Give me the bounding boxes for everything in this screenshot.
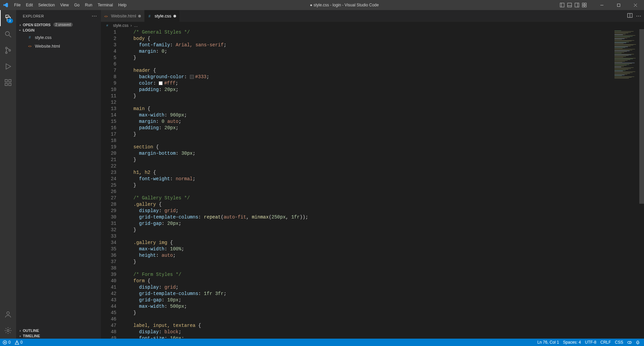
layout-left-icon[interactable]: [559, 2, 565, 8]
outline-section[interactable]: › OUTLINE: [16, 328, 101, 333]
css-file-icon: #: [28, 35, 34, 40]
outline-label: OUTLINE: [23, 329, 39, 333]
status-spaces[interactable]: Spaces: 4: [563, 340, 581, 345]
svg-point-14: [5, 32, 9, 36]
menu-edit[interactable]: Edit: [23, 0, 36, 10]
menu-terminal[interactable]: Terminal: [95, 0, 115, 10]
activity-search[interactable]: [0, 26, 16, 42]
svg-rect-23: [9, 80, 11, 82]
dirty-indicator-icon: [138, 15, 141, 17]
menu-help[interactable]: Help: [116, 0, 129, 10]
folder-section[interactable]: › LOGIN: [16, 28, 101, 33]
svg-point-25: [7, 330, 9, 332]
open-editors-section[interactable]: › OPEN EDITORS 2 unsaved: [16, 22, 101, 28]
status-cursor-pos[interactable]: Ln 76, Col 1: [537, 340, 559, 345]
status-bell-icon[interactable]: [636, 340, 640, 345]
layout-grid-icon[interactable]: [582, 2, 587, 8]
window-maximize-button[interactable]: [611, 0, 626, 10]
svg-text:#: #: [29, 35, 31, 39]
status-warnings[interactable]: 0: [15, 340, 23, 345]
editor-tabs: <>Website.html#style.css ⋯: [101, 10, 644, 22]
breadcrumb-tail: …: [134, 23, 138, 28]
svg-text:#: #: [149, 14, 151, 18]
svg-marker-19: [6, 64, 11, 69]
menu-selection[interactable]: Selection: [36, 0, 57, 10]
svg-rect-20: [5, 80, 7, 82]
svg-point-16: [6, 47, 7, 49]
svg-rect-4: [575, 3, 579, 7]
status-eol[interactable]: CRLF: [600, 340, 611, 345]
activity-source-control[interactable]: [0, 42, 16, 58]
sidebar-more-icon[interactable]: ⋯: [92, 13, 97, 19]
status-feedback-icon[interactable]: [627, 340, 632, 345]
activity-run-debug[interactable]: [0, 58, 16, 75]
file-website-html[interactable]: <>Website.html: [16, 42, 101, 50]
menu-go[interactable]: Go: [71, 0, 82, 10]
tab-label: Website.html: [111, 13, 136, 18]
activity-bar: 2: [0, 10, 16, 339]
svg-text:<>: <>: [104, 14, 108, 18]
activity-accounts[interactable]: [0, 306, 16, 323]
html-file-icon: <>: [28, 44, 34, 48]
chevron-down-icon: ›: [18, 28, 22, 33]
chevron-right-icon: ›: [17, 334, 23, 338]
menu-run[interactable]: Run: [82, 0, 95, 10]
timeline-section[interactable]: › TIMELINE: [16, 333, 101, 339]
svg-text:<>: <>: [28, 45, 32, 48]
window-title: ● style.css - login - Visual Studio Code: [129, 3, 559, 7]
css-file-icon: #: [106, 23, 111, 29]
file-style-css[interactable]: #style.css: [16, 33, 101, 42]
status-errors[interactable]: 0: [3, 340, 11, 345]
tab-more-icon[interactable]: ⋯: [636, 13, 641, 19]
breadcrumb-file: style.css: [113, 23, 128, 28]
svg-point-39: [628, 341, 630, 344]
svg-point-24: [7, 312, 9, 314]
svg-rect-11: [617, 4, 620, 6]
unsaved-badge: 2 unsaved: [53, 22, 73, 27]
svg-point-18: [9, 50, 11, 51]
svg-rect-7: [585, 3, 586, 5]
status-warnings-count: 0: [20, 340, 23, 345]
activity-explorer[interactable]: 2: [0, 10, 16, 26]
window-close-button[interactable]: [628, 0, 643, 10]
chevron-right-icon: ›: [17, 329, 23, 333]
folder-name: LOGIN: [23, 28, 35, 32]
menu-bar: FileEditSelectionViewGoRunTerminalHelp: [11, 0, 129, 10]
html-file-icon: <>: [104, 14, 109, 18]
explorer-badge: 2: [7, 18, 13, 23]
code-editor[interactable]: 1234567891011121314151617181920212223242…: [101, 29, 644, 339]
explorer-sidebar: EXPLORER ⋯ › OPEN EDITORS 2 unsaved › LO…: [16, 10, 101, 339]
svg-point-17: [6, 52, 7, 54]
dirty-indicator-icon: [173, 15, 176, 17]
menu-file[interactable]: File: [11, 0, 23, 10]
status-language[interactable]: CSS: [615, 340, 623, 345]
layout-bottom-icon[interactable]: [567, 2, 572, 8]
window-minimize-button[interactable]: [594, 0, 609, 10]
split-editor-icon[interactable]: [627, 13, 633, 19]
status-errors-count: 0: [8, 340, 11, 345]
css-file-icon: #: [148, 14, 153, 18]
vscode-logo-icon: [0, 2, 11, 8]
svg-line-15: [9, 35, 11, 37]
editor-group: <>Website.html#style.css ⋯ # style.css ›…: [101, 10, 644, 339]
svg-rect-22: [9, 83, 11, 86]
svg-rect-21: [5, 83, 7, 86]
layout-right-icon[interactable]: [574, 2, 580, 8]
menu-view[interactable]: View: [57, 0, 71, 10]
chevron-right-icon: ›: [17, 23, 23, 27]
breadcrumbs[interactable]: # style.css › …: [101, 22, 644, 29]
file-label: Website.html: [35, 44, 60, 49]
tab-style-css[interactable]: #style.css: [145, 10, 180, 22]
minimap[interactable]: [612, 29, 639, 339]
scrollbar-thumb[interactable]: [639, 29, 644, 204]
activity-settings[interactable]: [0, 323, 16, 339]
svg-rect-8: [582, 5, 584, 7]
svg-rect-6: [582, 3, 584, 5]
tab-website-html[interactable]: <>Website.html: [101, 10, 145, 22]
vertical-scrollbar[interactable]: [639, 29, 644, 339]
breadcrumb-separator: ›: [130, 23, 132, 28]
activity-extensions[interactable]: [0, 75, 16, 91]
title-bar: FileEditSelectionViewGoRunTerminalHelp ●…: [0, 0, 644, 10]
open-editors-label: OPEN EDITORS: [23, 23, 51, 27]
status-encoding[interactable]: UTF-8: [585, 340, 596, 345]
